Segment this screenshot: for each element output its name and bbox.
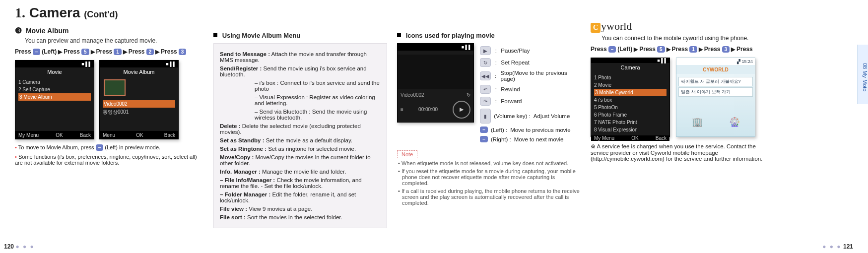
cyworld-c-icon: C (591, 23, 601, 33)
menu-val: – i's box : Connect to i's box service a… (255, 80, 380, 92)
square-bullet-icon (397, 33, 401, 37)
menu-val: Set the movie as a default display. (266, 137, 352, 143)
menu-key: File view : (220, 206, 247, 212)
softkey-center: OK (56, 132, 63, 138)
softkey-bar: Menu OK Back (100, 131, 178, 139)
page-num: 120 (4, 243, 14, 250)
arrow-icon: ▶ (123, 49, 127, 55)
legend-label: Adjust Volume (534, 113, 570, 119)
tip-external-folders: • Some functions (i's box, preferences, … (15, 154, 203, 166)
building-icon: 🏢 (692, 117, 703, 127)
menu-key: Info. Manager : (220, 169, 261, 175)
left-label: (Left) (42, 48, 57, 55)
player-icon-legend: ▶:Pause/Play ↻:Set Repeat ◀◀:Stop(Move t… (480, 43, 581, 145)
section-side-tab: 08 My Moto (857, 45, 868, 104)
tip-text: Some functions (i's box, preferences, ri… (15, 154, 197, 166)
note-text: ※ A service fee is charged when you use … (591, 143, 762, 162)
dial-control-icon: ▶ (453, 101, 470, 119)
legend-label: Rewind (501, 86, 520, 92)
screenshot-camera-menu: ■ ▌▌ Camera 1 Photo 2 Movie 3 Mobile Cyw… (591, 58, 670, 137)
square-bullet-icon (213, 33, 217, 37)
list-item: 7 NATE Photo Print (594, 119, 667, 126)
softkey-center: OK (136, 132, 143, 138)
soft-key-icon: – (480, 126, 488, 133)
menu-dots-icon: ≡ (401, 107, 403, 112)
repeat-icon: ↻ (467, 92, 470, 98)
list-item: 6 Photo Frame (594, 111, 667, 119)
note-item: • When etiquette mode is not released, v… (402, 160, 581, 166)
list-item-selected: 3 Movie Album (18, 93, 91, 101)
arrow-icon: ▶ (155, 49, 159, 55)
bullet-icon: • (15, 154, 17, 160)
softkey-bar: My Menu OK Back (15, 131, 94, 139)
status-bar: ■ ▌▌ (100, 61, 178, 67)
stop-icon: ◀◀ (480, 71, 490, 80)
menu-key: Send/Register : (220, 65, 262, 71)
bullet-icon: • (15, 144, 17, 150)
screenshot-movie-list: ■ ▌▌ Movie 1 Camera 2 Self Capture 3 Mov… (15, 60, 94, 139)
note-item: • If a call is received during playing, … (402, 188, 581, 206)
menu-key: Set as Standby : (220, 137, 264, 143)
using-movie-album-menu-heading: Using Movie Album Menu (213, 32, 387, 39)
cyworld-desc: You can connect to the mobile cyworld us… (601, 35, 769, 42)
key-3-icon: 3 (179, 49, 187, 55)
key-1-icon: 1 (114, 49, 122, 55)
menu-key: Send to Message : (220, 51, 270, 57)
key-1-icon: 1 (689, 46, 697, 53)
page-title: 1. Camera (Cont'd) (15, 5, 203, 21)
key-2-icon: 2 (146, 49, 154, 55)
softkey-right: Back (164, 132, 175, 138)
movie-album-desc: You can preview and manage the captured … (25, 37, 203, 44)
list-item: 2 Self Capture (18, 86, 91, 93)
page-number-left: 120 ● ● ● (4, 243, 35, 250)
key-5-icon: 5 (657, 46, 665, 53)
press-word: Press (591, 46, 607, 53)
movie-album-heading: ❸ Movie Album (15, 26, 203, 35)
arrow-icon: ▶ (58, 49, 62, 55)
status-bar: ■ ▌▌ (591, 58, 669, 63)
clock: 15:24 (741, 59, 753, 64)
list-item: 1 Photo (594, 74, 667, 81)
video-thumb-icon (104, 79, 126, 96)
cyworld-word: yworld (601, 20, 632, 32)
cyworld-heading: Cyworld (591, 20, 769, 33)
press-word: Press (96, 48, 113, 55)
cyworld-box-1: 싸이월드 새 글보러 가볼까요? (678, 77, 753, 86)
soft-key-icon: – (608, 46, 616, 53)
menu-val: Delete the selected movie (excluding pro… (220, 123, 361, 135)
menu-val: Set as ringtone for selected movie. (268, 146, 356, 152)
notes-block: Note • When etiquette mode is not releas… (397, 150, 581, 206)
press-sequence-cyworld: Press – (Left) ▶ Press 5 ▶ Press 1 ▶ Pre… (591, 46, 769, 53)
legend-key: (Left) : (491, 127, 507, 133)
video-area (398, 55, 473, 89)
screen-title: Camera (591, 63, 669, 72)
repeat-icon: ↻ (480, 58, 491, 67)
elapsed-time: 00:00:00 (418, 107, 438, 112)
arrow-icon: ▶ (634, 46, 638, 53)
service-fee-note: ※ A service fee is charged when you use … (591, 143, 769, 162)
menu-key: Set as Ringtone : (220, 146, 267, 152)
note-badge: Note (397, 150, 417, 158)
movie-album-label: Movie Album (26, 27, 69, 35)
list-item: 1 Camera (18, 78, 91, 86)
soft-key-icon: – (33, 49, 41, 55)
volume-key-icon: ▮ (480, 109, 491, 124)
legend-key: (Volume key) : (494, 113, 531, 119)
legend-label: Forward (501, 98, 522, 104)
legend-label: Pause/Play (501, 48, 530, 54)
list-item: 5 PhotoOn (594, 104, 667, 111)
menu-val: – Visual Expression : Register as video … (255, 94, 375, 106)
menu-key: Delete : (220, 123, 241, 129)
note-item: • If you reset the etiquette mode for a … (402, 168, 581, 186)
forward-icon: ↷ (480, 97, 491, 106)
press-word: Press (15, 48, 31, 55)
dots-icon: ● ● ● (15, 243, 34, 250)
legend-label: Move to next movie (514, 136, 564, 142)
circled-three-icon: ❸ (15, 26, 22, 35)
softkey-left: My Menu (594, 135, 614, 141)
list-item: 동영상0001 (103, 108, 175, 117)
press-word: Press (672, 46, 688, 53)
icons-playing-heading: Icons used for playing movie (397, 32, 581, 39)
press-word: Press (639, 46, 656, 53)
arrow-icon: ▶ (667, 46, 670, 53)
